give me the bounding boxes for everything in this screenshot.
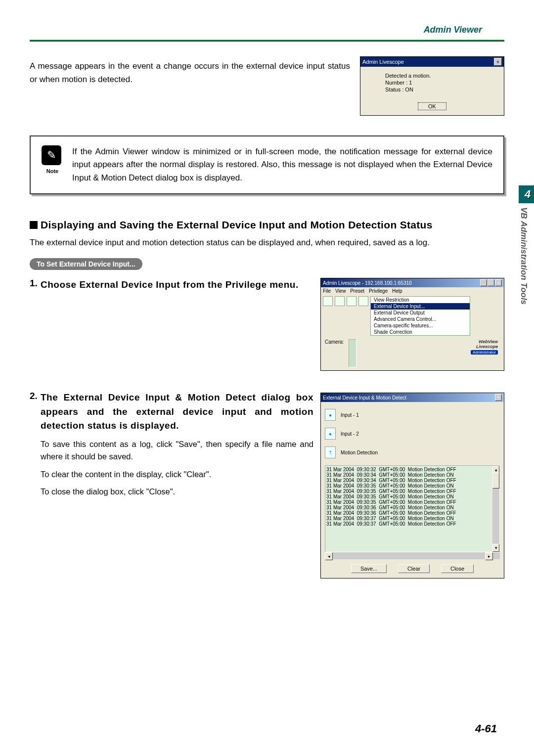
toolbar-button[interactable] <box>347 296 356 306</box>
dropdown-item[interactable]: View Restriction <box>371 297 470 303</box>
dropdown-item[interactable]: External Device Output <box>371 310 470 316</box>
log-line: 31 Mar 2004 09:30:36 GMT+05:00 Motion De… <box>326 510 498 516</box>
log-line: 31 Mar 2004 09:30:34 GMT+05:00 Motion De… <box>326 472 498 478</box>
window-title: Admin Livescope - 192.168.100.1:65310 <box>323 280 412 286</box>
step-number: 2. <box>30 391 38 401</box>
close-icon[interactable]: × <box>494 394 502 401</box>
menu-preset[interactable]: Preset <box>350 288 364 294</box>
dialog-title: External Device Input & Motion Detect <box>323 395 406 400</box>
scroll-right-icon[interactable]: ▸ <box>485 552 493 560</box>
log-line: 31 Mar 2004 09:30:35 GMT+05:00 Motion De… <box>326 489 498 494</box>
ok-button[interactable]: OK <box>418 102 446 110</box>
dropdown-item[interactable]: Shade Correction <box>371 329 470 335</box>
log-line: 31 Mar 2004 09:30:35 GMT+05:00 Motion De… <box>326 494 498 499</box>
page-header: Admin Viewer <box>30 25 504 35</box>
log-line: 31 Mar 2004 09:30:32 GMT+05:00 Motion De… <box>326 467 498 472</box>
scrollbar-vertical[interactable]: ▴ ▾ <box>492 466 499 552</box>
log-line: 31 Mar 2004 09:30:35 GMT+05:00 Motion De… <box>326 499 498 505</box>
toolbar-button[interactable] <box>323 296 333 306</box>
clear-button[interactable]: Clear <box>398 564 430 573</box>
scroll-down-icon[interactable]: ▾ <box>492 544 499 552</box>
step-title: The External Device Input & Motion Detec… <box>41 391 313 433</box>
motion-label: Motion Detection <box>341 450 378 455</box>
section-paragraph: The external device input and motion det… <box>30 236 504 249</box>
input-status-icon: ● <box>325 428 336 440</box>
dropdown-item[interactable]: Advanced Camera Control... <box>371 316 470 322</box>
brand-text: WebView <box>479 339 498 344</box>
scroll-left-icon[interactable]: ◂ <box>325 552 333 560</box>
note-box: ✎ Note If the Admin Viewer window is min… <box>30 135 504 194</box>
camera-label: Camera: <box>325 339 344 345</box>
external-device-dialog-screenshot: External Device Input & Motion Detect × … <box>320 393 504 578</box>
bullet-square-icon <box>30 221 38 229</box>
window-buttons[interactable]: _□× <box>480 279 502 286</box>
admin-badge: Administrator <box>471 350 498 355</box>
dropdown-item-selected[interactable]: External Device Input... <box>371 303 470 310</box>
step-title: Choose External Device Input from the Pr… <box>41 278 313 292</box>
menu-help[interactable]: Help <box>392 288 402 294</box>
menu-view[interactable]: View <box>335 288 346 294</box>
chapter-number: 4 <box>519 185 534 203</box>
input-2-row: ● Input - 2 <box>325 428 500 440</box>
log-line: 31 Mar 2004 09:30:37 GMT+05:00 Motion De… <box>326 516 498 521</box>
input-1-row: ● Input - 1 <box>325 409 500 421</box>
input-label: Input - 1 <box>341 412 359 418</box>
log-line: 31 Mar 2004 09:30:34 GMT+05:00 Motion De… <box>326 478 498 483</box>
motion-detection-row: ⇡ Motion Detection <box>325 446 500 458</box>
step-body-text: To clear the content in the display, cli… <box>41 468 313 481</box>
section-heading: Displaying and Saving the External Devic… <box>30 219 504 231</box>
input-status-icon: ● <box>325 409 336 421</box>
step-body-text: To close the dialog box, click "Close". <box>41 486 313 498</box>
procedure-pill: To Set External Device Input... <box>30 258 142 270</box>
brand-text: Livescope <box>476 344 498 349</box>
privilege-menu-screenshot: Admin Livescope - 192.168.100.1:65310 _□… <box>320 278 504 371</box>
intro-paragraph: A message appears in the event a change … <box>30 56 350 116</box>
menu-file[interactable]: File <box>323 288 331 294</box>
scroll-thumb[interactable] <box>492 473 499 489</box>
note-label: Note <box>42 167 63 176</box>
side-tab: 4 VB Administration Tools <box>519 185 534 443</box>
step-body-text: To save this content as a log, click "Sa… <box>41 438 313 463</box>
log-line: 31 Mar 2004 09:30:36 GMT+05:00 Motion De… <box>326 505 498 510</box>
toolbar-button[interactable] <box>358 296 368 306</box>
notification-dialog: Admin Livescope × Detected a motion. Num… <box>360 56 504 116</box>
page-number: 4-61 <box>475 722 497 735</box>
close-button[interactable]: Close <box>441 564 474 573</box>
dialog-line-1: Detected a motion. <box>385 73 489 79</box>
dialog-line-2: Number : 1 <box>385 80 489 86</box>
close-icon[interactable]: × <box>494 58 502 66</box>
log-panel: 31 Mar 2004 09:30:32 GMT+05:00 Motion De… <box>325 465 500 552</box>
motion-icon: ⇡ <box>325 446 336 458</box>
toolbar-button[interactable] <box>335 296 345 306</box>
note-icon: ✎ <box>42 145 61 165</box>
save-button[interactable]: Save... <box>351 564 387 573</box>
dropdown-item[interactable]: Camera-specific features... <box>371 322 470 329</box>
log-line: 31 Mar 2004 09:30:35 GMT+05:00 Motion De… <box>326 483 498 489</box>
dialog-title: Admin Livescope <box>362 59 404 65</box>
chapter-label: VB Administration Tools <box>519 203 529 440</box>
input-label: Input - 2 <box>341 431 359 437</box>
step-number: 1. <box>30 278 38 289</box>
note-text: If the Admin Viewer window is minimized … <box>72 145 492 184</box>
section-heading-text: Displaying and Saving the External Devic… <box>41 219 433 230</box>
dialog-line-3: Status : ON <box>385 87 489 92</box>
scrollbar-horizontal[interactable]: ◂ ▸ <box>325 552 500 559</box>
privilege-dropdown[interactable]: View Restriction External Device Input..… <box>370 296 470 336</box>
menu-privilege[interactable]: Privilege <box>369 288 388 294</box>
menu-bar[interactable]: File View Preset Privilege Help <box>321 287 504 295</box>
log-line: 31 Mar 2004 09:30:37 GMT+05:00 Motion De… <box>326 521 498 527</box>
